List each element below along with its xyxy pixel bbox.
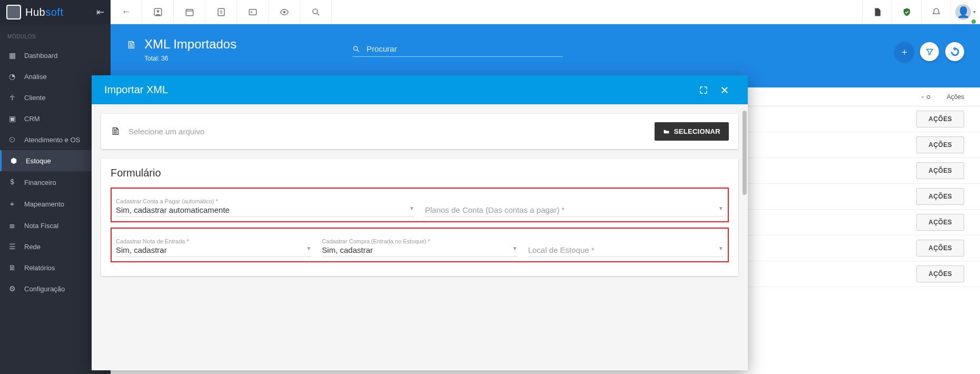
search-input[interactable] — [367, 44, 563, 53]
file-picker-card: 🗎 Selecione um arquivo SELECIONAR — [101, 114, 738, 149]
search-icon — [311, 7, 321, 17]
page-icon: 🗎 — [126, 39, 137, 51]
avatar-icon: 👤 — [955, 4, 971, 20]
modules-label: MÓDULOS — [0, 24, 111, 45]
file-placeholder: Selecione um arquivo — [128, 127, 647, 136]
gear-icon: ⚙ — [7, 284, 17, 293]
field-cadastrar-conta[interactable]: Cadastrar Conta a Pagar (automático) * S… — [116, 192, 414, 217]
refresh-button[interactable] — [945, 42, 964, 61]
logo-bar: Hubsoft ⇤ — [0, 0, 111, 24]
fullscreen-icon — [699, 85, 708, 95]
modal-body: 🗎 Selecione um arquivo SELECIONAR Formul… — [92, 104, 748, 370]
filter-icon — [925, 47, 934, 56]
refresh-icon — [951, 47, 959, 56]
svg-point-8 — [313, 9, 318, 14]
bell-icon — [932, 7, 941, 17]
logo-icon — [6, 5, 21, 19]
top-header: ← $ 👤 ▾ — [111, 0, 980, 24]
field-nota-entrada[interactable]: Cadastrar Nota de Entrada * Sim, cadastr… — [116, 232, 311, 257]
svg-point-1 — [156, 10, 159, 13]
close-button[interactable] — [714, 84, 735, 95]
sidebar-item-label: Análise — [24, 73, 47, 81]
col-actions: Ações — [947, 93, 964, 101]
fullscreen-button[interactable] — [693, 84, 714, 95]
clock-icon: ⏲ — [7, 135, 17, 144]
sidebar-item-label: Rede — [24, 243, 41, 251]
svg-text:$: $ — [220, 10, 222, 15]
close-icon — [720, 85, 729, 95]
user-menu[interactable]: 👤 ▾ — [951, 0, 980, 24]
sidebar-item-label: Financeiro — [24, 179, 56, 186]
online-status-dot — [972, 19, 976, 24]
svg-rect-6 — [249, 9, 256, 15]
billing-button[interactable]: $ — [205, 0, 237, 24]
modal-header: Importar XML — [92, 75, 748, 104]
svg-point-10 — [354, 46, 358, 50]
box-icon: ⬢ — [9, 156, 18, 165]
search-button[interactable] — [300, 0, 332, 24]
row-actions-button[interactable]: AÇÕES — [916, 240, 964, 257]
row-actions-button[interactable]: AÇÕES — [916, 136, 964, 153]
notifications-button[interactable] — [921, 0, 951, 24]
pdf-icon — [873, 7, 882, 17]
receipt-icon: ≣ — [7, 221, 17, 230]
row-actions-button[interactable]: AÇÕES — [916, 214, 964, 231]
sidebar-item-label: Atendimento e OS — [24, 136, 80, 144]
folder-open-icon — [663, 128, 670, 135]
sidebar-item-dashboard[interactable]: ▦ Dashboard — [0, 45, 111, 66]
file-icon: 🗎 — [111, 125, 121, 137]
row-actions-button[interactable]: AÇÕES — [916, 265, 964, 282]
row-actions-button[interactable]: AÇÕES — [916, 162, 964, 179]
field-placeholder: Local de Estoque * ▼ — [528, 245, 724, 254]
dashboard-icon: ▦ — [7, 51, 17, 60]
field-local-estoque[interactable]: Local de Estoque * ▼ — [528, 232, 724, 257]
field-placeholder: Planos de Conta (Das contas a pagar) * ▼ — [425, 205, 724, 214]
scrollbar-thumb[interactable] — [743, 111, 747, 195]
import-xml-modal: Importar XML 🗎 Selecione um arquivo SELE… — [92, 75, 748, 370]
pdf-button[interactable] — [862, 0, 892, 24]
chevron-down-icon: ▼ — [306, 245, 311, 254]
page-title: XML Importados — [144, 37, 236, 52]
filter-button[interactable] — [920, 42, 939, 61]
sidebar-item-label: Dashboard — [24, 52, 58, 60]
form-card: Formulário Cadastrar Conta a Pagar (auto… — [101, 159, 738, 276]
shield-check-icon — [902, 7, 912, 17]
field-compra-estoque[interactable]: Cadastrar Compra (Entrada no Estoque) * … — [322, 232, 517, 257]
form-title: Formulário — [111, 167, 729, 179]
calendar-button[interactable] — [174, 0, 205, 24]
report-icon: 🗎 — [7, 263, 17, 272]
chevron-down-icon: ▼ — [718, 205, 724, 214]
svg-rect-2 — [186, 9, 193, 15]
user-quick-button[interactable] — [142, 0, 174, 24]
sidebar-item-label: Estoque — [26, 157, 51, 165]
form-group-entrada: Cadastrar Nota de Entrada * Sim, cadastr… — [111, 228, 729, 262]
sidebar-item-label: Mapeamento — [24, 200, 64, 208]
chevron-down-icon: ▼ — [512, 245, 518, 254]
back-button[interactable]: ← — [111, 0, 142, 24]
field-value: Sim, cadastrar ▼ — [116, 245, 311, 254]
add-button[interactable]: ＋ — [895, 42, 914, 61]
sidebar-item-label: Configuração — [24, 285, 65, 293]
row-actions-button[interactable]: AÇÕES — [916, 111, 964, 127]
sidebar-item-label: Relatórios — [24, 264, 55, 272]
field-label: Cadastrar Compra (Entrada no Estoque) * — [322, 238, 517, 244]
field-value: Sim, cadastrar ▼ — [322, 245, 517, 254]
crm-icon: ▣ — [7, 114, 17, 123]
user-square-icon — [153, 7, 163, 17]
collapse-sidebar-icon[interactable]: ⇤ — [96, 6, 104, 18]
terminal-icon — [248, 7, 258, 17]
col-sort-hint[interactable]: ▫ ≎ — [922, 93, 931, 101]
terminal-button[interactable] — [237, 0, 269, 24]
shield-check-button[interactable] — [892, 0, 921, 24]
field-value: Sim, cadastrar automaticamente ▼ — [116, 205, 414, 214]
money-icon: ＄ — [7, 178, 17, 187]
field-planos-de-conta[interactable]: Planos de Conta (Das contas a pagar) * ▼ — [425, 192, 724, 217]
select-file-button[interactable]: SELECIONAR — [655, 122, 729, 141]
page-search[interactable] — [352, 44, 563, 57]
chart-pie-icon: ◔ — [7, 72, 17, 81]
visibility-button[interactable] — [269, 0, 300, 24]
map-pin-icon: ⌖ — [7, 200, 17, 209]
row-actions-button[interactable]: AÇÕES — [916, 188, 964, 205]
field-label: Cadastrar Nota de Entrada * — [116, 238, 311, 244]
modal-title: Importar XML — [104, 84, 168, 96]
